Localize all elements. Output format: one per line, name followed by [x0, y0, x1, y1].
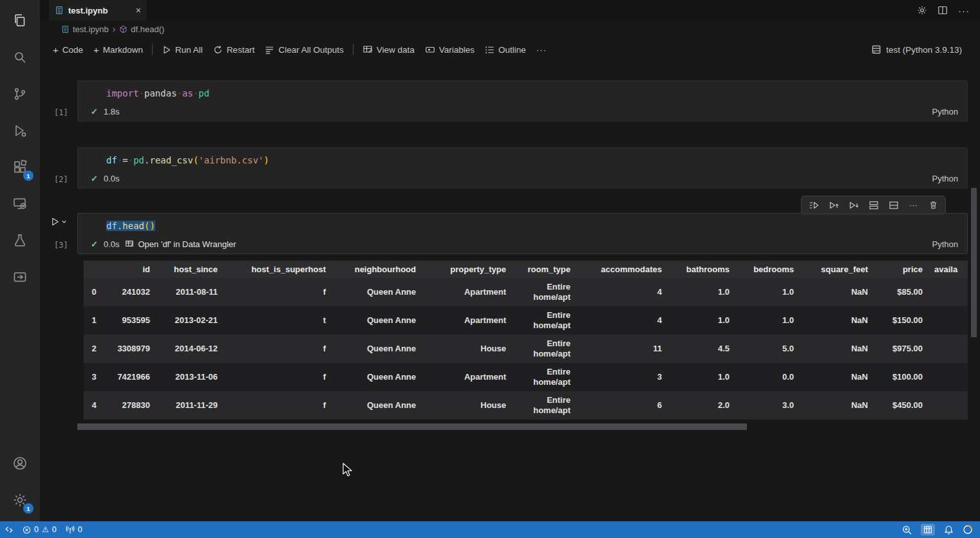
variables-button[interactable]: Variables [420, 42, 480, 57]
tab-close-icon[interactable]: × [136, 5, 141, 15]
outline-button[interactable]: Outline [480, 42, 531, 57]
table-cell: 6 [578, 391, 670, 420]
table-cell: 3 [84, 363, 109, 391]
table-header-cell: availa [930, 261, 968, 278]
explorer-icon[interactable] [5, 5, 35, 36]
remote-indicator[interactable] [0, 521, 18, 538]
table-cell: Apartment [424, 363, 514, 391]
execute-cell-above-icon[interactable] [824, 197, 843, 213]
run-debug-icon[interactable] [5, 115, 35, 146]
success-check-icon: ✓ [91, 174, 98, 183]
table-cell: Queen Anne [334, 363, 424, 391]
delete-cell-icon[interactable] [924, 197, 943, 213]
table-cell: f [225, 278, 334, 306]
breadcrumb-symbol[interactable]: df.head() [119, 24, 164, 34]
table-header-row: idhost_sincehost_is_superhostneighbourho… [84, 261, 968, 278]
execute-above-icon[interactable] [804, 197, 823, 213]
breadcrumb-file-label: test.ipynb [73, 24, 109, 34]
horizontal-scrollbar[interactable] [77, 423, 747, 430]
kernel-label: test (Python 3.9.13) [886, 45, 962, 55]
run-all-icon [162, 45, 171, 55]
ports-count: 0 [78, 525, 82, 534]
success-check-icon: ✓ [91, 107, 98, 116]
cell-2-container[interactable]: df·=·pd.read_csv('airbnb.csv') ✓ 0.0s Py… [77, 147, 968, 189]
accounts-icon[interactable] [5, 448, 35, 479]
table-cell: 2011-11-29 [158, 391, 225, 420]
table-cell: 2014-06-12 [158, 335, 225, 363]
symbol-method-icon [119, 25, 127, 33]
table-cell: $150.00 [876, 306, 930, 335]
table-cell: House [424, 335, 514, 363]
clear-all-outputs-button[interactable]: Clear All Outputs [259, 42, 348, 57]
table-cell [930, 306, 968, 335]
search-icon[interactable] [5, 42, 35, 73]
activity-bar: 1 1 [0, 0, 40, 521]
live-share-icon[interactable] [5, 262, 35, 293]
table-header-cell: host_since [158, 261, 225, 278]
split-editor-icon[interactable] [938, 5, 948, 15]
cell-language[interactable]: Python [932, 239, 958, 249]
data-wrangler-icon [363, 44, 373, 55]
problems-indicator[interactable]: 0 ⚠ 0 [18, 521, 61, 538]
open-in-data-wrangler-link[interactable]: Open 'df' in Data Wrangler [125, 239, 236, 249]
table-cell: Entire home/apt [514, 278, 578, 306]
table-cell: 4 [84, 391, 109, 420]
remote-explorer-icon[interactable] [5, 189, 35, 219]
split-cell-icon[interactable] [864, 197, 883, 213]
breadcrumb-file[interactable]: test.ipynb [61, 24, 109, 34]
notebook-toolbar: + Code + Markdown Run All Restart [40, 37, 980, 62]
code-line[interactable]: df.head() [78, 214, 967, 234]
run-cell-button[interactable] [50, 217, 67, 227]
cell-3-container[interactable]: df.head() ✓ 0.0s Open 'df' in Data Wrang… [77, 213, 968, 254]
table-cell: 953595 [109, 306, 158, 335]
table-grid-icon [921, 524, 935, 535]
bell-icon [944, 525, 954, 535]
editor-actions: ··· [917, 0, 980, 21]
view-data-button[interactable]: View data [357, 42, 420, 57]
table-header-cell: bathrooms [670, 261, 737, 278]
settings-gear-icon[interactable]: 1 [5, 485, 35, 515]
zoom-status[interactable] [898, 521, 916, 538]
add-markdown-label: Markdown [103, 45, 143, 55]
run-all-button[interactable]: Run All [156, 42, 208, 57]
cell-2-status: ✓ 0.0s Python [78, 169, 967, 188]
restart-icon [213, 45, 223, 55]
ports-indicator[interactable]: 0 [61, 521, 87, 538]
cell-more-actions-icon[interactable]: ··· [904, 197, 923, 213]
cell-language[interactable]: Python [932, 107, 958, 116]
more-actions-icon[interactable]: ··· [958, 5, 970, 16]
table-cell: $450.00 [876, 391, 930, 420]
add-code-cell-button[interactable]: + Code [48, 42, 88, 57]
data-wrangler-status[interactable] [916, 521, 939, 538]
tab-bar: test.ipynb × ··· [40, 0, 980, 21]
table-cell: f [225, 363, 334, 391]
run-all-label: Run All [175, 45, 203, 55]
toolbar-more-actions[interactable]: ··· [531, 42, 552, 57]
extensions-icon[interactable]: 1 [5, 152, 35, 183]
code-line[interactable]: df·=·pd.read_csv('airbnb.csv') [78, 148, 967, 169]
cell-toolbar: ··· [801, 196, 946, 214]
collapse-output-icon[interactable] [884, 197, 903, 213]
error-count: 0 [34, 525, 39, 534]
vertical-scrollbar[interactable] [971, 188, 977, 337]
code-line[interactable]: import·pandas·as·pd [78, 81, 967, 102]
notifications-bell[interactable] [939, 521, 958, 538]
restart-button[interactable]: Restart [208, 42, 260, 57]
configure-layout-gear-icon[interactable] [917, 5, 927, 15]
clear-outputs-label: Clear All Outputs [278, 45, 343, 55]
add-markdown-cell-button[interactable]: + Markdown [88, 42, 148, 57]
status-corner-icon[interactable] [958, 521, 977, 538]
source-control-icon[interactable] [5, 79, 35, 109]
table-cell: NaN [802, 306, 876, 335]
cell-1-container[interactable]: import·pandas·as·pd ✓ 1.8s Python [77, 80, 968, 122]
table-header-cell: id [109, 261, 158, 278]
testing-icon[interactable] [5, 225, 35, 256]
table-header-cell: accommodates [578, 261, 670, 278]
breadcrumb-symbol-label: df.head() [131, 24, 164, 34]
notebook-editor: [1] import·pandas·as·pd ✓ 1.8s Python [2… [40, 62, 980, 521]
execute-cell-below-icon[interactable] [844, 197, 863, 213]
tab-test-ipynb[interactable]: test.ipynb × [49, 0, 147, 21]
notebook-icon [61, 25, 70, 33]
kernel-picker[interactable]: test (Python 3.9.13) [871, 44, 980, 55]
cell-language[interactable]: Python [932, 174, 958, 183]
